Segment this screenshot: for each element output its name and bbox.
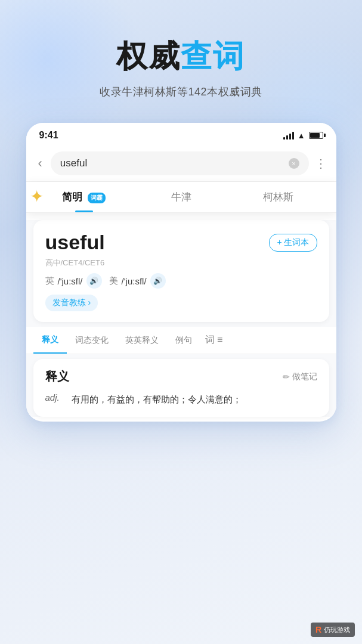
definition-text: 有用的，有益的，有帮助的；令人满意的； — [72, 392, 317, 407]
pron-american-phonetic: /'ju:sfl/ — [122, 276, 147, 286]
title-black: 权威 — [116, 36, 181, 78]
section-tab-shiyi[interactable]: 释义 — [33, 327, 67, 354]
tab-jianming-label: 简明 — [62, 191, 82, 203]
section-tab-citai[interactable]: 词态变化 — [67, 328, 117, 353]
word-header-top: useful + 生词本 — [45, 231, 317, 254]
pron-american-label: 美 — [109, 275, 118, 287]
clear-button[interactable]: × — [289, 158, 299, 169]
definition-card: 释义 ✏ 做笔记 adj. 有用的，有益的，有帮助的；令人满意的； — [33, 359, 329, 417]
word-title: useful — [45, 231, 105, 254]
search-text: useful — [60, 157, 87, 169]
add-vocab-button[interactable]: + 生词本 — [269, 234, 317, 252]
header-section: 权威 查词 收录牛津柯林斯等142本权威词典 — [100, 36, 262, 99]
signal-icon — [283, 131, 294, 140]
watermark-logo: R — [315, 625, 321, 634]
watermark: R 仍玩游戏 — [311, 623, 355, 637]
tab-bar-wrapper: ✦ 简明 词霸 牛津 柯林斯 — [26, 182, 336, 213]
pos-label: adj. — [45, 392, 64, 402]
word-header-card: useful + 生词本 高中/CET4/CET6 英 /'ju:sfl/ 🔊 … — [33, 220, 329, 322]
watermark-text: 仍玩游戏 — [324, 626, 350, 634]
back-button[interactable]: ‹ — [36, 153, 45, 174]
pron-british: 英 /'ju:sfl/ 🔊 — [45, 273, 102, 289]
definition-title: 释义 — [45, 369, 69, 385]
tab-kelinsi[interactable]: 柯林斯 — [230, 182, 327, 212]
search-input-area[interactable]: useful × — [51, 151, 309, 175]
status-bar: 9:41 ▲ — [26, 123, 336, 145]
pronunciation-row: 英 /'ju:sfl/ 🔊 美 /'ju:sfl/ 🔊 — [45, 273, 317, 289]
pron-american: 美 /'ju:sfl/ 🔊 — [109, 273, 166, 289]
status-icons: ▲ — [283, 131, 323, 140]
pron-british-phonetic: /'ju:sfl/ — [58, 276, 83, 286]
more-button[interactable]: ⋮ — [315, 156, 327, 171]
definition-row: adj. 有用的，有益的，有帮助的；令人满意的； — [45, 392, 317, 407]
tab-kelinsi-label: 柯林斯 — [263, 191, 293, 203]
section-tab-liju[interactable]: 例句 — [167, 328, 200, 353]
tab-niujin[interactable]: 牛津 — [132, 182, 230, 212]
section-tab-more[interactable]: 词 ≡ — [200, 327, 228, 354]
note-icon: ✏ — [283, 372, 290, 382]
title-row: 权威 查词 — [100, 36, 262, 78]
sound-american-button[interactable]: 🔊 — [150, 273, 166, 289]
phone-mockup: 9:41 ▲ ‹ useful × ⋮ — [26, 123, 336, 422]
note-label: 做笔记 — [292, 371, 317, 382]
sound-british-button[interactable]: 🔊 — [86, 273, 102, 289]
wifi-icon: ▲ — [298, 131, 305, 140]
section-tab-yingying[interactable]: 英英释义 — [117, 328, 167, 353]
section-tabs: 释义 词态变化 英英释义 例句 词 ≡ — [26, 327, 336, 354]
status-time: 9:41 — [39, 130, 58, 141]
subtitle: 收录牛津柯林斯等142本权威词典 — [100, 85, 262, 99]
title-blue: 查词 — [181, 36, 245, 78]
tab-niujin-label: 牛津 — [171, 191, 191, 203]
battery-icon — [309, 132, 323, 139]
tab-badge: 词霸 — [88, 193, 106, 203]
dict-content: useful + 生词本 高中/CET4/CET6 英 /'ju:sfl/ 🔊 … — [26, 220, 336, 417]
pron-british-label: 英 — [45, 275, 54, 287]
word-level: 高中/CET4/CET6 — [45, 258, 317, 268]
practice-button[interactable]: 发音教练 › — [45, 295, 98, 311]
tab-bar: 简明 词霸 牛津 柯林斯 — [26, 182, 336, 213]
note-button[interactable]: ✏ 做笔记 — [283, 371, 317, 382]
tab-jianming[interactable]: 简明 词霸 — [36, 182, 133, 212]
page-container: 权威 查词 收录牛津柯林斯等142本权威词典 9:41 ▲ — [0, 0, 362, 644]
definition-header: 释义 ✏ 做笔记 — [45, 369, 317, 385]
search-bar: ‹ useful × ⋮ — [26, 145, 336, 182]
